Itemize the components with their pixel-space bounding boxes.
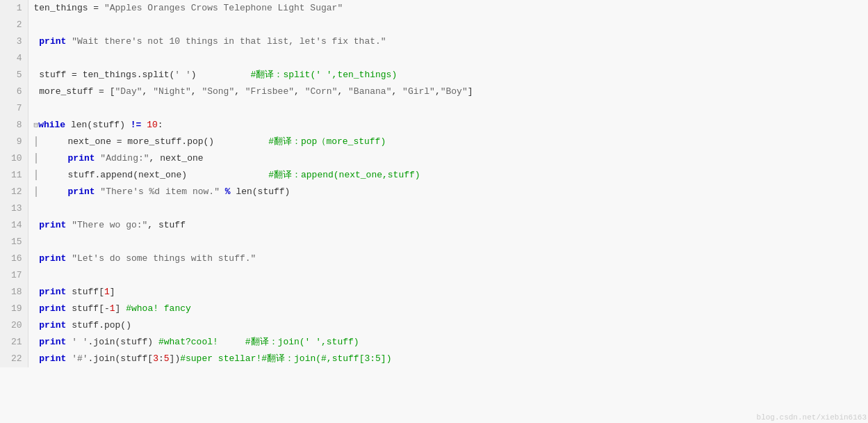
line-number: 6 xyxy=(0,83,28,100)
code-text: , xyxy=(435,86,441,97)
table-row: 15 xyxy=(0,234,868,250)
code-text: .join(stuff) xyxy=(88,337,158,347)
number: 1 xyxy=(104,287,110,297)
table-row: 18 print stuff[1] xyxy=(0,284,868,301)
keyword: print xyxy=(68,153,95,163)
code-content: print "There wo go:", stuff xyxy=(28,217,868,234)
keyword: print xyxy=(39,337,66,347)
code-text: stuff[ xyxy=(66,287,104,297)
code-text: : xyxy=(158,353,164,364)
code-content: print stuff[-1] #whoa! fancy xyxy=(28,301,868,317)
table-row: 1ten_things = "Apples Oranges Crows Tele… xyxy=(0,0,868,17)
string: '#' xyxy=(66,353,88,364)
table-row: 11| stuff.append(next_one) #翻译：append(ne… xyxy=(0,167,868,184)
code-text: ten_things = xyxy=(34,3,104,13)
code-content: | print "There's %d item now." % len(stu… xyxy=(28,184,868,200)
code-content: ten_things = "Apples Oranges Crows Telep… xyxy=(28,0,868,17)
code-content: print "Let's do some things with stuff." xyxy=(28,250,868,267)
string: "Night" xyxy=(153,86,191,97)
code-content xyxy=(28,200,868,217)
line-number: 2 xyxy=(0,17,28,33)
keyword: print xyxy=(39,36,66,47)
line-number: 7 xyxy=(0,100,28,117)
string: "There wo go:" xyxy=(66,220,147,230)
number: 10 xyxy=(147,120,158,130)
code-text: , xyxy=(391,86,402,97)
line-number: 9 xyxy=(0,134,28,150)
code-text: , xyxy=(191,86,202,97)
code-content: stuff = ten_things.split(' ') #翻译：split(… xyxy=(28,67,868,83)
code-text xyxy=(46,153,67,163)
code-content xyxy=(28,17,868,33)
string: "Banana" xyxy=(348,86,391,97)
code-text: stuff.append(next_one) xyxy=(46,170,268,180)
line-number: 10 xyxy=(0,150,28,167)
operator: != xyxy=(131,120,142,130)
table-row: 16 print "Let's do some things with stuf… xyxy=(0,250,868,267)
code-content xyxy=(28,100,868,117)
operator: % xyxy=(225,186,231,197)
table-row: 4 xyxy=(0,50,868,67)
table-row: 19 print stuff[-1] #whoa! fancy xyxy=(0,301,868,317)
table-row: 14 print "There wo go:", stuff xyxy=(0,217,868,234)
keyword: print xyxy=(39,287,66,297)
code-text: , xyxy=(142,86,154,97)
line-number: 14 xyxy=(0,217,28,234)
line-number: 22 xyxy=(0,351,28,367)
table-row: 21 print ' '.join(stuff) #what?cool! #翻译… xyxy=(0,334,868,351)
number: 3 xyxy=(153,353,158,364)
line-number: 3 xyxy=(0,33,28,50)
code-editor: 1ten_things = "Apples Oranges Crows Tele… xyxy=(0,0,868,423)
line-number: 18 xyxy=(0,284,28,301)
table-row: 22 print '#'.join(stuff[3:5])#super stel… xyxy=(0,351,868,367)
table-row: 12| print "There's %d item now." % len(s… xyxy=(0,184,868,200)
table-row: 8⊟while len(stuff) != 10: xyxy=(0,117,868,134)
code-text: : xyxy=(158,120,163,130)
table-row: 9| next_one = more_stuff.pop() #翻译：pop（m… xyxy=(0,134,868,150)
indent-marker: | xyxy=(35,153,47,163)
comment: #whoa! fancy xyxy=(126,303,191,314)
line-number: 8 xyxy=(0,117,28,134)
line-number: 11 xyxy=(0,167,28,184)
table-row: 2 xyxy=(0,17,868,33)
indent-marker: | xyxy=(35,170,47,180)
string: "Frisbee" xyxy=(245,86,294,97)
code-text: stuff = ten_things.split( xyxy=(34,70,175,80)
table-row: 13 xyxy=(0,200,868,217)
code-text: .join(stuff[ xyxy=(88,353,154,364)
keyword: print xyxy=(68,186,95,197)
code-text: len(stuff) xyxy=(65,120,131,130)
line-number: 16 xyxy=(0,250,28,267)
comment: #super stellar!#翻译：join(#,stuff[3:5]) xyxy=(180,353,391,364)
comment: #翻译：pop（more_stuff) xyxy=(268,136,386,147)
code-text xyxy=(46,186,67,197)
code-content: print stuff[1] xyxy=(28,284,868,301)
line-number: 12 xyxy=(0,184,28,200)
code-text xyxy=(220,186,225,197)
keyword: print xyxy=(39,353,66,364)
code-content: ⊟while len(stuff) != 10: xyxy=(28,117,868,134)
string: "There's %d item now." xyxy=(95,186,220,197)
comment: #翻译：append(next_one,stuff) xyxy=(268,170,420,180)
line-number: 5 xyxy=(0,67,28,83)
keyword: while xyxy=(38,120,65,130)
line-number: 4 xyxy=(0,50,28,67)
keyword: print xyxy=(39,220,66,230)
comment: #翻译：split(' ',ten_things) xyxy=(251,70,398,80)
code-content: | print "Adding:", next_one xyxy=(28,150,868,167)
code-content: print "Wait there's not 10 things in tha… xyxy=(28,33,868,50)
line-number: 19 xyxy=(0,301,28,317)
code-text: ] xyxy=(110,287,115,297)
indent-marker: | xyxy=(35,136,47,147)
code-text: , next_one xyxy=(149,153,204,163)
code-text: stuff.pop() xyxy=(66,320,131,330)
string: ' ' xyxy=(66,337,88,347)
code-text: ) xyxy=(191,70,251,80)
code-content: more_stuff = ["Day", "Night", "Song", "F… xyxy=(28,83,868,100)
code-text: , xyxy=(294,86,305,97)
line-number: 21 xyxy=(0,334,28,351)
table-row: 10| print "Adding:", next_one xyxy=(0,150,868,167)
string: "Adding:" xyxy=(95,153,149,163)
number: 1 xyxy=(110,303,115,314)
string: "Boy" xyxy=(441,86,468,97)
